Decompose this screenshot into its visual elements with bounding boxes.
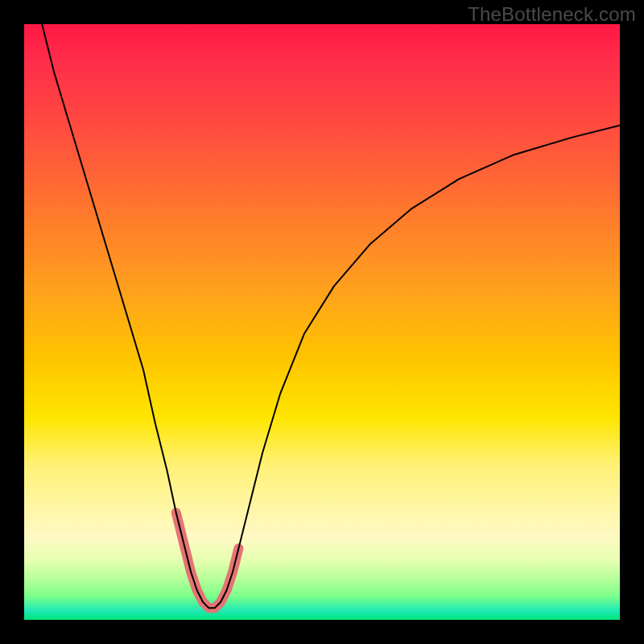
chart-frame: TheBottleneck.com: [0, 0, 644, 644]
plot-area: [24, 24, 620, 620]
watermark-text: TheBottleneck.com: [468, 3, 636, 26]
highlight-band-path: [176, 513, 239, 608]
bottleneck-curve-path: [42, 24, 620, 608]
chart-svg: [24, 24, 620, 620]
